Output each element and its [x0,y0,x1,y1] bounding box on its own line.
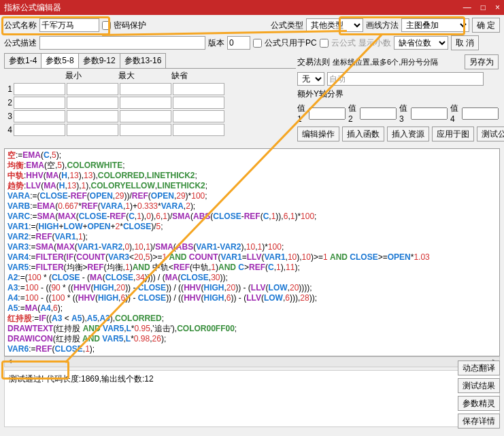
param-min-2[interactable] [67,97,118,109]
param-name-1[interactable] [14,83,65,95]
param-tabs: 参数1-4 参数5-8 参数9-12 参数13-16 [4,53,296,69]
param-name-4[interactable] [14,124,65,136]
pwd-checkbox[interactable] [102,21,111,30]
param-def-3[interactable] [173,110,224,122]
saveas-button[interactable]: 另存为 [465,54,499,69]
tab-params-13-16[interactable]: 参数13-16 [120,53,167,68]
hdr-def: 缺省 [171,70,188,82]
v3-input[interactable] [411,107,448,120]
param-min-3[interactable] [67,110,118,122]
v4-label: 值4 [450,103,459,124]
insert-fn-button[interactable]: 插入函数 [342,127,384,141]
rule-mode-select[interactable]: 无 [297,72,324,86]
v4-input[interactable] [462,107,499,120]
maximize-icon[interactable]: □ [481,3,486,12]
pconly-label: 公式只用于PC [265,37,317,49]
param-max-4[interactable] [120,124,171,136]
param-min-1[interactable] [67,83,118,95]
param-max-3[interactable] [120,110,171,122]
code-editor[interactable]: 空:=EMA(C,5);均衡:EMA(空,5),COLORWHITE;中轨:HH… [4,148,500,356]
param-max-2[interactable] [120,97,171,109]
v2-input[interactable] [360,107,397,120]
save-detail-button[interactable]: 保存详情 [458,414,500,429]
draw-select[interactable]: 主图叠加 [401,18,469,32]
param-name-2[interactable] [14,97,65,109]
rule-auto-input[interactable] [327,72,484,86]
ok-button[interactable]: 确 定 [472,18,500,33]
close-icon[interactable]: × [495,3,500,12]
hdr-min: 最小 [65,70,82,82]
v3-label: 值3 [399,103,408,124]
status-bar: 测试通过! 代码长度:1869,输出线个数:12 [4,370,500,427]
param-min-4[interactable] [67,124,118,136]
param-def-4[interactable] [173,124,224,136]
tab-params-9-12[interactable]: 参数9-12 [78,53,120,68]
tab-params-1-4[interactable]: 参数1-4 [4,53,41,68]
param-def-1[interactable] [173,83,224,95]
tab-params-5-8[interactable]: 参数5-8 [41,53,78,68]
cloud-label: 云公式 [331,37,356,49]
titlebar: 指标公式编辑器 — □ × [0,0,504,15]
param-wizard-button[interactable]: 参数精灵 [458,396,500,411]
name-input[interactable] [39,18,99,32]
hdr-max: 最大 [118,70,135,82]
cancel-button[interactable]: 取 消 [451,35,479,50]
desc-label: 公式描述 [4,37,37,49]
minimize-icon[interactable]: — [463,3,471,12]
test-result-button[interactable]: 测试结果 [458,378,500,393]
v1-label: 值1 [297,103,306,124]
insert-res-button[interactable]: 插入资源 [387,127,429,141]
pconly-checkbox[interactable] [253,39,262,48]
v1-input[interactable] [309,107,346,120]
xlabel: 坐标线位置,最多6个,用分号分隔 [333,57,438,67]
dynamic-translate-button[interactable]: 动态翻译 [458,360,500,375]
test-formula-button[interactable]: 测试公式 [477,127,504,141]
draw-label: 画线方法 [366,20,399,31]
type-select[interactable]: 其他类型 [306,18,363,32]
pwd-label: 密码保护 [114,20,146,31]
dec-select[interactable]: 缺省位数 [394,36,448,50]
rule-label: 交易法则 [297,56,330,68]
cloud-checkbox[interactable] [320,39,329,48]
extra-y-label: 额外Y轴分界 [297,88,343,100]
param-def-2[interactable] [173,97,224,109]
desc-input[interactable] [39,36,205,50]
ver-input[interactable] [227,36,250,50]
ver-label: 版本 [208,37,224,49]
v2-label: 值2 [348,103,357,124]
param-name-3[interactable] [14,110,65,122]
edit-ops-button[interactable]: 编辑操作 [297,127,339,141]
type-label: 公式类型 [271,20,303,31]
h-scrollbar[interactable] [4,356,500,367]
window-title: 指标公式编辑器 [4,2,61,14]
dec-label: 显示小数 [358,37,391,49]
param-max-1[interactable] [120,83,171,95]
name-label: 公式名称 [4,20,37,31]
apply-chart-button[interactable]: 应用于图 [432,127,474,141]
